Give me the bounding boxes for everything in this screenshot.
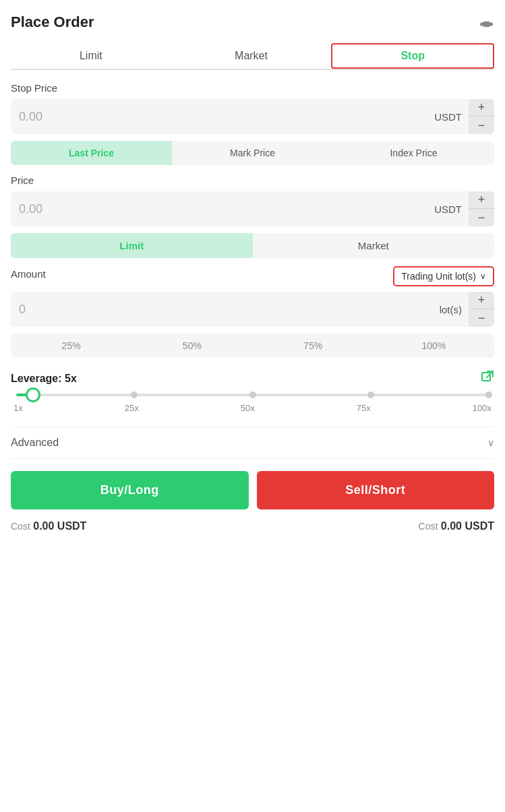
slider-thumb[interactable] bbox=[26, 387, 40, 402]
leverage-label: Leverage: 5x bbox=[11, 373, 77, 385]
sell-cost-label: Cost bbox=[419, 521, 438, 532]
slider-dot-50 bbox=[249, 392, 256, 398]
slider-label-50x: 50x bbox=[241, 403, 255, 413]
slider-dot-25 bbox=[131, 392, 138, 398]
amount-unit: lot(s) bbox=[433, 292, 469, 327]
price-input[interactable] bbox=[11, 191, 427, 226]
calculator-icon[interactable]: 🕳 bbox=[479, 13, 494, 31]
sell-short-button[interactable]: Sell/Short bbox=[257, 471, 495, 509]
buy-long-button[interactable]: Buy/Long bbox=[11, 471, 249, 509]
percent-50[interactable]: 50% bbox=[131, 334, 252, 358]
price-stepper: + − bbox=[469, 191, 494, 226]
sell-cost-value: 0.00 USDT bbox=[441, 520, 494, 532]
percent-100[interactable]: 100% bbox=[374, 334, 494, 358]
cost-row: Cost 0.00 USDT Cost 0.00 USDT bbox=[11, 520, 494, 532]
tab-market[interactable]: Market bbox=[171, 43, 332, 69]
stop-price-unit: USDT bbox=[427, 99, 469, 134]
svg-rect-0 bbox=[482, 373, 490, 381]
advanced-label: Advanced bbox=[11, 437, 59, 449]
amount-label: Amount bbox=[11, 268, 46, 280]
page-title: Place Order bbox=[11, 13, 94, 31]
slider-dot-100 bbox=[485, 392, 492, 398]
slider-labels: 1x 25x 50x 75x 100x bbox=[11, 400, 494, 413]
amount-minus[interactable]: − bbox=[469, 309, 494, 327]
slider-label-100x: 100x bbox=[473, 403, 492, 413]
slider-label-75x: 75x bbox=[357, 403, 371, 413]
order-type-row: Limit Market bbox=[11, 233, 494, 258]
tab-stop[interactable]: Stop bbox=[331, 43, 494, 69]
amount-plus[interactable]: + bbox=[469, 292, 494, 309]
tab-row: Limit Market Stop bbox=[11, 43, 494, 70]
leverage-row: Leverage: 5x bbox=[11, 370, 494, 387]
trading-unit-label: Trading Unit lot(s) bbox=[401, 271, 476, 282]
amount-input[interactable] bbox=[11, 292, 433, 327]
price-minus[interactable]: − bbox=[469, 209, 494, 226]
price-section: Price USDT + − bbox=[11, 175, 494, 226]
chevron-down-icon: ∨ bbox=[487, 437, 494, 448]
dropdown-arrow-icon: ∨ bbox=[480, 272, 486, 281]
stop-price-plus[interactable]: + bbox=[469, 99, 494, 117]
header: Place Order 🕳 bbox=[11, 13, 494, 31]
amount-stepper: + − bbox=[469, 292, 494, 327]
price-input-row: USDT + − bbox=[11, 191, 494, 226]
order-type-market[interactable]: Market bbox=[253, 233, 495, 258]
slider-dot-75 bbox=[367, 392, 374, 398]
stop-price-section: Stop Price USDT + − bbox=[11, 82, 494, 134]
stop-price-label: Stop Price bbox=[11, 82, 494, 94]
sell-cost: Cost 0.00 USDT bbox=[419, 520, 494, 532]
trading-unit-dropdown[interactable]: Trading Unit lot(s) ∨ bbox=[393, 266, 494, 286]
advanced-section[interactable]: Advanced ∨ bbox=[11, 427, 494, 459]
action-buttons: Buy/Long Sell/Short bbox=[11, 471, 494, 509]
slider-label-25x: 25x bbox=[125, 403, 139, 413]
order-type-limit[interactable]: Limit bbox=[11, 233, 253, 258]
percent-75[interactable]: 75% bbox=[253, 334, 374, 358]
amount-header: Amount Trading Unit lot(s) ∨ bbox=[11, 266, 494, 286]
slider-label-1x: 1x bbox=[13, 403, 23, 413]
slider-track bbox=[16, 394, 489, 396]
stop-price-stepper: + − bbox=[469, 99, 494, 134]
price-plus[interactable]: + bbox=[469, 191, 494, 209]
tab-limit[interactable]: Limit bbox=[11, 43, 171, 69]
stop-price-input[interactable] bbox=[11, 99, 427, 134]
buy-cost-value: 0.00 USDT bbox=[33, 520, 86, 532]
leverage-slider[interactable] bbox=[11, 394, 494, 396]
price-unit: USDT bbox=[427, 191, 469, 226]
price-type-index[interactable]: Index Price bbox=[333, 141, 494, 165]
buy-cost: Cost 0.00 USDT bbox=[11, 520, 86, 532]
price-type-last[interactable]: Last Price bbox=[11, 141, 172, 165]
stop-price-minus[interactable]: − bbox=[469, 117, 494, 134]
stop-price-input-row: USDT + − bbox=[11, 99, 494, 134]
price-label: Price bbox=[11, 175, 494, 186]
percent-25[interactable]: 25% bbox=[11, 334, 131, 358]
price-type-mark[interactable]: Mark Price bbox=[172, 141, 333, 165]
price-type-row: Last Price Mark Price Index Price bbox=[11, 141, 494, 165]
amount-input-row: lot(s) + − bbox=[11, 292, 494, 327]
buy-cost-label: Cost bbox=[11, 521, 30, 532]
leverage-link-icon[interactable] bbox=[481, 370, 494, 387]
percent-row: 25% 50% 75% 100% bbox=[11, 334, 494, 358]
